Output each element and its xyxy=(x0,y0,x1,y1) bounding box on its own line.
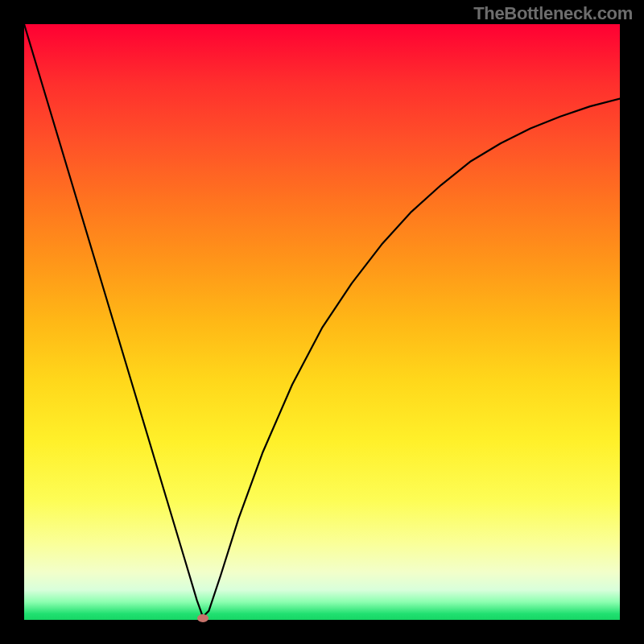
chart-plot-area xyxy=(24,24,620,620)
chart-frame: TheBottleneck.com xyxy=(0,0,644,644)
watermark-text: TheBottleneck.com xyxy=(473,3,633,24)
chart-curve xyxy=(24,24,620,617)
chart-min-marker xyxy=(197,614,208,622)
chart-curve-svg xyxy=(24,24,620,620)
